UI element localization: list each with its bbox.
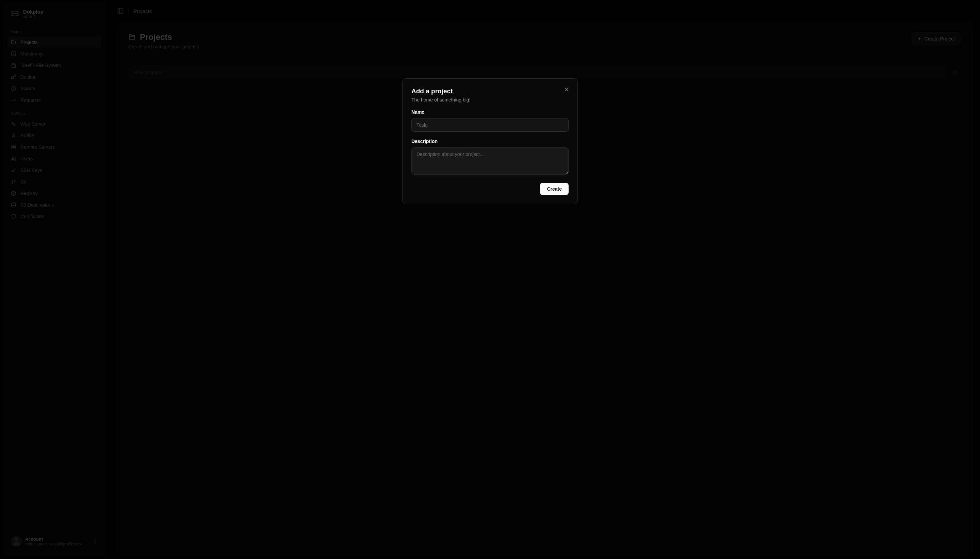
modal-overlay[interactable]: Add a project The home of something big!… — [0, 0, 980, 559]
close-modal-button[interactable] — [563, 86, 570, 93]
description-field-label: Description — [411, 139, 569, 144]
project-name-input[interactable] — [411, 118, 569, 132]
name-field-label: Name — [411, 109, 569, 115]
modal-title: Add a project — [411, 88, 569, 95]
modal-create-button[interactable]: Create — [540, 183, 569, 195]
add-project-modal: Add a project The home of something big!… — [402, 78, 578, 204]
modal-subtitle: The home of something big! — [411, 97, 569, 103]
project-description-input[interactable] — [411, 147, 569, 175]
